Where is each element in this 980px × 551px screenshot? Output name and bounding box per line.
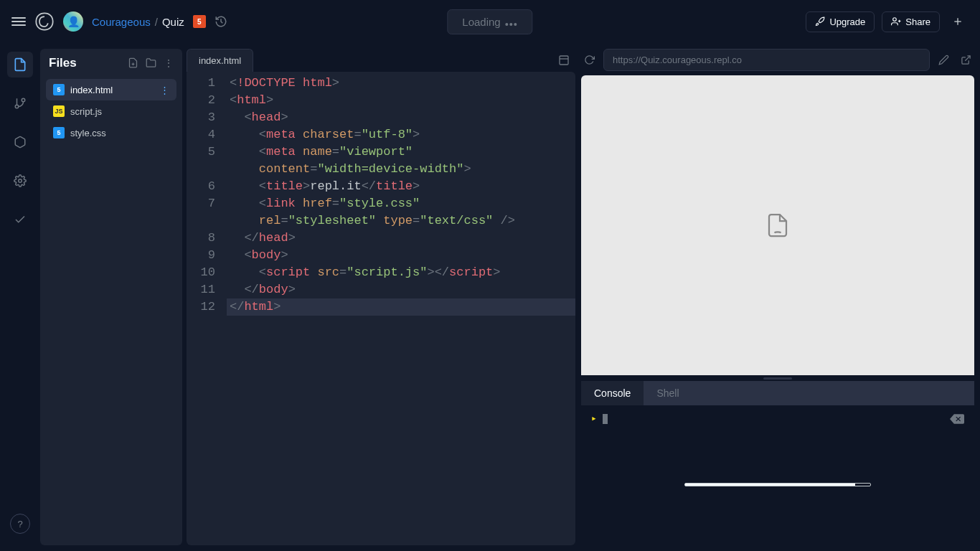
code-content[interactable]: <!DOCTYPE html><html> <head> <meta chars…	[227, 75, 575, 316]
js-file-icon: JS	[53, 105, 65, 117]
rail-vcs-button[interactable]	[7, 90, 33, 116]
sidebar-rail: ?	[0, 43, 40, 551]
line-gutter: 123456789101112	[187, 75, 227, 316]
file-item[interactable]: 5index.html⋮	[46, 79, 176, 100]
progress-bar	[684, 483, 871, 486]
tab-console[interactable]: Console	[581, 381, 644, 405]
replit-logo-icon[interactable]	[34, 11, 55, 32]
files-more-button[interactable]: ⋮	[164, 57, 174, 69]
console-tabs: Console Shell	[581, 381, 974, 405]
main-area: ? Files ⋮ 5index.html⋮JSscript.js5style.…	[0, 43, 980, 551]
preview-frame	[581, 75, 974, 375]
file-name: style.css	[70, 128, 106, 138]
edit-url-button[interactable]	[936, 52, 952, 68]
files-title: Files	[49, 56, 77, 70]
html-file-icon: 5	[53, 84, 65, 95]
history-icon[interactable]	[215, 15, 227, 28]
file-plus-icon	[128, 57, 138, 68]
console-clear-button[interactable]	[950, 414, 964, 424]
plus-icon	[952, 16, 963, 27]
upgrade-button[interactable]: Upgrade	[806, 11, 875, 32]
editor-layout-button[interactable]	[558, 55, 570, 66]
header-right: Upgrade Share	[806, 11, 969, 32]
new-file-button[interactable]	[128, 57, 138, 69]
svg-point-0	[893, 18, 897, 22]
add-tab-button[interactable]	[947, 11, 969, 32]
backspace-icon	[950, 414, 964, 424]
upgrade-label: Upgrade	[829, 17, 865, 27]
console-body[interactable]: ▸	[581, 405, 974, 545]
file-more-button[interactable]: ⋮	[160, 85, 169, 95]
user-plus-icon	[891, 17, 901, 27]
broken-page-icon	[765, 212, 791, 238]
breadcrumb-sep: /	[155, 16, 158, 28]
layout-icon	[558, 55, 570, 66]
breadcrumb-user[interactable]: Courageous	[92, 16, 151, 28]
rail-check-button[interactable]	[7, 207, 33, 232]
rail-files-button[interactable]	[7, 52, 33, 77]
file-item[interactable]: JSscript.js	[46, 100, 176, 122]
header-left: 👤 Courageous / Quiz 5	[11, 11, 227, 32]
app-header: 👤 Courageous / Quiz 5 Loading Upgrade Sh…	[0, 0, 980, 43]
rail-packages-button[interactable]	[7, 129, 33, 155]
svg-point-7	[15, 105, 19, 108]
rocket-icon	[815, 17, 825, 27]
files-panel: Files ⋮ 5index.html⋮JSscript.js5style.cs…	[40, 49, 182, 545]
css-file-icon: 5	[53, 127, 65, 138]
rail-settings-button[interactable]	[7, 168, 33, 194]
editor-area: index.html 123456789101112 <!DOCTYPE htm…	[187, 49, 575, 545]
box-icon	[14, 136, 27, 149]
console-prompt-icon: ▸	[591, 413, 597, 423]
svg-line-13	[965, 56, 970, 61]
gear-icon	[14, 174, 27, 187]
code-editor[interactable]: 123456789101112 <!DOCTYPE html><html> <h…	[187, 72, 575, 545]
preview-area: Console Shell ▸	[581, 49, 974, 545]
open-external-button[interactable]	[958, 52, 974, 68]
user-avatar[interactable]: 👤	[63, 11, 83, 32]
loading-label: Loading	[462, 16, 500, 28]
file-icon	[13, 57, 27, 72]
svg-point-8	[19, 179, 22, 183]
branch-icon	[14, 97, 27, 110]
files-actions: ⋮	[128, 57, 174, 69]
url-bar	[581, 49, 974, 71]
editor-tabs: index.html	[187, 49, 575, 72]
loading-dots-icon	[505, 16, 518, 28]
svg-rect-11	[560, 56, 568, 65]
share-label: Share	[905, 17, 930, 27]
progress-fill	[685, 484, 855, 486]
loading-indicator: Loading	[447, 9, 532, 34]
file-list: 5index.html⋮JSscript.js5style.css	[46, 79, 176, 143]
editor-tab[interactable]: index.html	[187, 49, 253, 72]
share-button[interactable]: Share	[882, 11, 940, 32]
file-name: script.js	[70, 106, 102, 117]
new-folder-button[interactable]	[146, 57, 156, 69]
tab-shell[interactable]: Shell	[644, 381, 692, 405]
breadcrumb-project[interactable]: Quiz	[162, 16, 184, 28]
files-header: Files ⋮	[46, 56, 176, 70]
pencil-icon	[938, 55, 949, 65]
rail-bottom: ?	[10, 514, 30, 534]
breadcrumb: Courageous / Quiz	[92, 16, 184, 28]
console-cursor	[603, 414, 608, 424]
html5-icon: 5	[193, 15, 206, 28]
file-name: index.html	[70, 85, 113, 95]
refresh-button[interactable]	[581, 52, 598, 68]
hamburger-icon[interactable]	[11, 15, 26, 28]
folder-plus-icon	[146, 57, 156, 68]
external-link-icon	[961, 55, 971, 65]
file-item[interactable]: 5style.css	[46, 122, 176, 143]
url-input[interactable]	[603, 49, 930, 71]
refresh-icon	[584, 55, 595, 65]
help-button[interactable]: ?	[10, 514, 30, 534]
svg-point-6	[22, 98, 25, 102]
resize-handle[interactable]	[581, 375, 974, 381]
check-icon	[14, 213, 27, 226]
